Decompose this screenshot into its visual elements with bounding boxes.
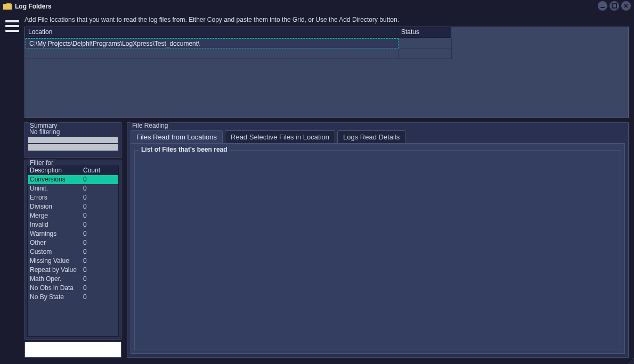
svg-rect-2 xyxy=(612,4,616,8)
window-title: Log Folders xyxy=(15,3,631,10)
filter-row-desc: Custom xyxy=(28,247,81,257)
filter-row[interactable]: No By State0 xyxy=(28,293,118,302)
summary-bar-2 xyxy=(28,144,118,151)
maximize-button[interactable] xyxy=(609,1,619,11)
filter-col-count[interactable]: Count xyxy=(81,166,118,175)
svg-rect-0 xyxy=(3,4,12,10)
summary-group: Summary No filtering xyxy=(25,122,121,158)
filter-row-count: 0 xyxy=(81,175,118,184)
filter-row[interactable]: Errors0 xyxy=(28,193,118,202)
grid-header: Location Status xyxy=(25,27,628,38)
tab-selective[interactable]: Read Selective Files in Location xyxy=(225,130,335,143)
filter-row[interactable]: Other0 xyxy=(28,238,118,247)
col-location[interactable]: Location xyxy=(25,27,398,38)
status-bar-box xyxy=(25,342,121,358)
filter-row[interactable]: Custom0 xyxy=(28,247,118,257)
filter-group: Filter for Description Count Conversions… xyxy=(25,160,121,340)
files-read-list[interactable]: List of Files that's been read xyxy=(134,150,621,350)
filter-row-desc: Invalid xyxy=(28,220,81,229)
filter-row-count: 0 xyxy=(81,193,118,202)
filter-row-desc: Division xyxy=(28,202,81,211)
filter-row-desc: Missing Value xyxy=(28,257,81,266)
filter-row-desc: Conversions xyxy=(28,175,81,184)
status-cell[interactable] xyxy=(399,38,452,48)
grid-row[interactable]: C:\My Projects\Delphi\Programs\LogXpress… xyxy=(25,38,628,48)
filter-row-desc: Other xyxy=(28,238,81,247)
filter-row-count: 0 xyxy=(81,238,118,247)
filter-row[interactable]: Math Oper.0 xyxy=(28,275,118,284)
resize-grip[interactable] xyxy=(627,357,634,364)
minimize-button[interactable] xyxy=(598,1,607,11)
col-status[interactable]: Status xyxy=(398,27,451,38)
svg-line-7 xyxy=(632,362,633,363)
summary-title: Summary xyxy=(28,122,59,129)
titlebar: Log Folders xyxy=(0,0,634,13)
filter-row[interactable]: Repeat by Value0 xyxy=(28,266,118,275)
filter-row-count: 0 xyxy=(81,293,118,302)
filter-col-desc[interactable]: Description xyxy=(28,166,81,175)
folder-icon xyxy=(3,3,12,10)
filter-row[interactable]: Division0 xyxy=(28,202,118,211)
filter-row[interactable]: Conversions0 xyxy=(28,175,118,184)
filter-row-count: 0 xyxy=(81,275,118,284)
locations-grid[interactable]: Location Status C:\My Projects\Delphi\Pr… xyxy=(25,27,629,118)
filter-row[interactable]: Uninit.0 xyxy=(28,184,118,193)
filter-row-count: 0 xyxy=(81,247,118,257)
tab-body: List of Files that's been read xyxy=(131,143,625,354)
close-button[interactable] xyxy=(621,1,631,11)
filter-row-desc: Repeat by Value xyxy=(28,266,81,275)
filter-row[interactable]: No Obs in Data0 xyxy=(28,284,118,293)
tab-details[interactable]: Logs Read Details xyxy=(337,130,405,143)
filter-header: Description Count xyxy=(28,166,118,175)
filter-row-count: 0 xyxy=(81,257,118,266)
filter-row-desc: Math Oper. xyxy=(28,275,81,284)
file-reading-group: File Reading Files Read from Locations R… xyxy=(127,122,629,358)
filter-row-count: 0 xyxy=(81,202,118,211)
menu-icon[interactable] xyxy=(5,20,19,32)
svg-rect-1 xyxy=(600,7,605,8)
window-controls xyxy=(598,1,631,11)
filter-row[interactable]: Warnings0 xyxy=(28,229,118,238)
filter-row-desc: Errors xyxy=(28,193,81,202)
filter-row-count: 0 xyxy=(81,229,118,238)
filter-row-count: 0 xyxy=(81,284,118,293)
filter-row-desc: No By State xyxy=(28,293,81,302)
filter-row-count: 0 xyxy=(81,266,118,275)
filter-row[interactable]: Missing Value0 xyxy=(28,257,118,266)
filter-row-count: 0 xyxy=(81,184,118,193)
file-reading-title: File Reading xyxy=(131,122,169,129)
summary-bar-1 xyxy=(28,137,118,143)
filter-row-desc: Merge xyxy=(28,211,81,220)
instruction-text: Add File locations that you want to read… xyxy=(25,15,629,27)
location-cell[interactable]: C:\My Projects\Delphi\Programs\LogXpress… xyxy=(26,38,399,48)
filter-table[interactable]: Description Count Conversions0Uninit.0Er… xyxy=(27,166,119,337)
summary-no-filter: No filtering xyxy=(29,128,119,136)
filter-row-count: 0 xyxy=(81,220,118,229)
filter-row-desc: Uninit. xyxy=(28,184,81,193)
files-read-list-title: List of Files that's been read xyxy=(139,146,230,153)
filter-row-count: 0 xyxy=(81,211,118,220)
tabs: Files Read from Locations Read Selective… xyxy=(131,130,625,143)
tab-files-read[interactable]: Files Read from Locations xyxy=(131,130,223,143)
grid-row-empty[interactable] xyxy=(25,48,628,59)
filter-row[interactable]: Invalid0 xyxy=(28,220,118,229)
filter-title: Filter for xyxy=(28,159,55,167)
filter-row-desc: No Obs in Data xyxy=(28,284,81,293)
filter-row[interactable]: Merge0 xyxy=(28,211,118,220)
filter-row-desc: Warnings xyxy=(28,229,81,238)
